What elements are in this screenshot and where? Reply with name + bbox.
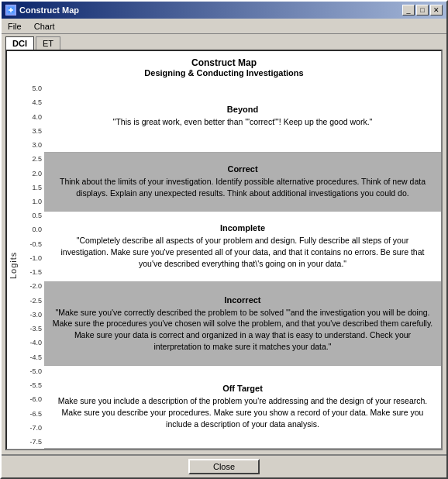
content-area: Construct Map Designing & Conducting Inv… bbox=[5, 50, 443, 450]
logits-label: Logits bbox=[7, 81, 19, 449]
close-window-button[interactable]: ✕ bbox=[430, 5, 443, 16]
tick-n4.5: -4.5 bbox=[19, 350, 44, 364]
band-off-target: Off Target Make sure you include a descr… bbox=[44, 366, 441, 449]
main-window: Construct Map _ □ ✕ File Chart DCI ET Co… bbox=[0, 0, 448, 479]
band-beyond-text: "This is great work, even better than '"… bbox=[113, 116, 373, 128]
tick-n1.5: -1.5 bbox=[19, 265, 44, 279]
bottom-bar: Close bbox=[2, 454, 446, 477]
maximize-button[interactable]: □ bbox=[416, 5, 429, 16]
tick-n6.5: -6.5 bbox=[19, 406, 44, 420]
tick-1.0: 1.0 bbox=[19, 195, 44, 208]
tick-3.0: 3.0 bbox=[19, 138, 44, 152]
menu-chart[interactable]: Chart bbox=[32, 21, 57, 32]
menu-file[interactable]: File bbox=[5, 21, 24, 32]
tab-et[interactable]: ET bbox=[36, 36, 60, 50]
tick-4.5: 4.5 bbox=[19, 95, 44, 109]
tick-3.5: 3.5 bbox=[19, 124, 44, 138]
tick-n3.5: -3.5 bbox=[19, 322, 44, 336]
tick-0.0: 0.0 bbox=[19, 222, 44, 236]
tick-n5.5: -5.5 bbox=[19, 378, 44, 392]
chart-title: Construct Map bbox=[7, 57, 441, 68]
band-beyond: Beyond "This is great work, even better … bbox=[44, 81, 441, 153]
tick-n7.0: -7.0 bbox=[19, 421, 44, 435]
tick-n5.0: -5.0 bbox=[19, 364, 44, 378]
menu-bar: File Chart bbox=[2, 19, 446, 34]
scale-ticks: 5.0 4.5 4.0 3.5 3.0 2.5 2.0 1.5 1.0 0.5 … bbox=[19, 81, 44, 449]
band-incomplete-text: "Completely describe all aspects of your… bbox=[52, 235, 433, 269]
tick-n1.0: -1.0 bbox=[19, 251, 44, 265]
band-incomplete-title: Incomplete bbox=[220, 223, 265, 233]
tick-4.0: 4.0 bbox=[19, 109, 44, 123]
tick-5.0: 5.0 bbox=[19, 81, 44, 95]
band-incorrect: Incorrect "Make sure you've correctly de… bbox=[44, 282, 441, 365]
title-bar: Construct Map _ □ ✕ bbox=[2, 2, 446, 19]
chart-header: Construct Map Designing & Conducting Inv… bbox=[7, 51, 441, 81]
tick-n2.0: -2.0 bbox=[19, 279, 44, 293]
tick-2.5: 2.5 bbox=[19, 152, 44, 166]
tick-2.0: 2.0 bbox=[19, 166, 44, 180]
tab-dci[interactable]: DCI bbox=[5, 36, 34, 50]
band-correct: Correct Think about the limits of your i… bbox=[44, 153, 441, 212]
band-incorrect-text: "Make sure you've correctly described th… bbox=[52, 307, 433, 353]
tick-1.5: 1.5 bbox=[19, 181, 44, 195]
app-icon bbox=[5, 5, 16, 16]
close-button[interactable]: Close bbox=[188, 459, 260, 474]
chart-body: Logits 5.0 4.5 4.0 3.5 3.0 2.5 2.0 1.5 1… bbox=[7, 81, 441, 449]
bands-area: Beyond "This is great work, even better … bbox=[44, 81, 441, 449]
tab-bar: DCI ET bbox=[2, 34, 446, 50]
band-off-target-title: Off Target bbox=[222, 384, 263, 393]
tick-n3.0: -3.0 bbox=[19, 308, 44, 322]
tick-0.5: 0.5 bbox=[19, 208, 44, 222]
tick-n6.0: -6.0 bbox=[19, 392, 44, 406]
tick-n4.0: -4.0 bbox=[19, 336, 44, 350]
band-off-target-text: Make sure you include a description of t… bbox=[52, 395, 433, 429]
band-incorrect-title: Incorrect bbox=[224, 295, 260, 305]
chart-subtitle: Designing & Conducting Investigations bbox=[7, 68, 441, 78]
tick-n0.5: -0.5 bbox=[19, 237, 44, 251]
band-correct-text: Think about the limits of your investiga… bbox=[52, 176, 433, 198]
tick-n2.5: -2.5 bbox=[19, 294, 44, 308]
window-title: Construct Map bbox=[19, 5, 79, 15]
minimize-button[interactable]: _ bbox=[402, 5, 415, 16]
band-correct-title: Correct bbox=[227, 164, 257, 174]
band-beyond-title: Beyond bbox=[227, 105, 258, 114]
band-incomplete: Incomplete "Completely describe all aspe… bbox=[44, 212, 441, 283]
title-bar-left: Construct Map bbox=[5, 5, 79, 16]
tick-n7.5: -7.5 bbox=[19, 435, 44, 449]
window-controls: _ □ ✕ bbox=[402, 5, 443, 16]
